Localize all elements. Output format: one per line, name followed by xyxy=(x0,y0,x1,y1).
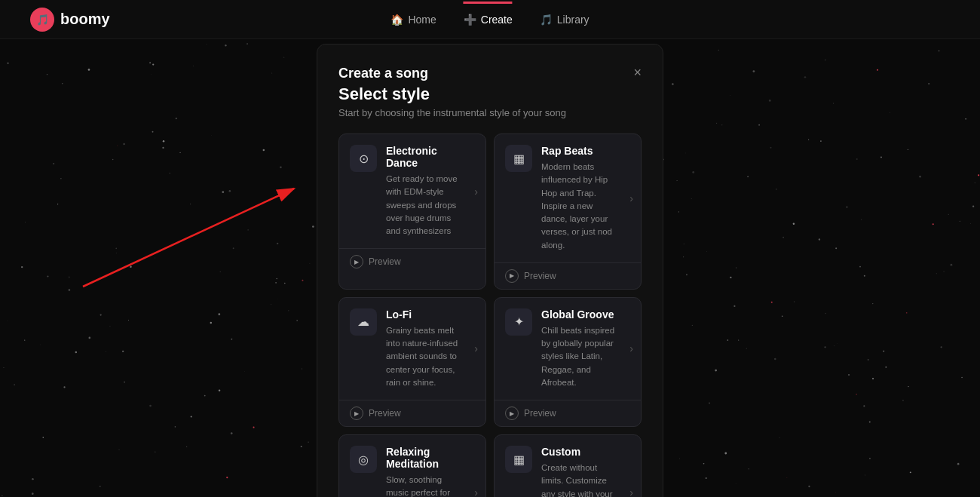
card-body-custom: ▦ Custom Create without limits. Customiz… xyxy=(495,435,641,497)
electronic-dance-play-button[interactable]: ▶ xyxy=(350,255,363,268)
app-logo[interactable]: 🎵 boomy xyxy=(30,8,110,32)
rap-beats-text: Rap Beats Modern beats influenced by Hip… xyxy=(541,145,620,252)
lo-fi-desc: Grainy beats melt into nature-infused am… xyxy=(386,324,465,389)
electronic-dance-arrow: › xyxy=(474,186,478,198)
lo-fi-icon: ☁ xyxy=(350,308,377,336)
library-icon: 🎵 xyxy=(540,14,553,26)
style-card-lo-fi[interactable]: ☁ Lo-Fi Grainy beats melt into nature-in… xyxy=(338,297,486,427)
lo-fi-preview[interactable]: ▶ Preview xyxy=(339,400,485,426)
nav-library[interactable]: 🎵 Library xyxy=(540,14,590,26)
electronic-dance-icon: ⊙ xyxy=(350,145,377,172)
custom-desc: Create without limits. Customize any sty… xyxy=(541,462,620,497)
card-body-relaxing-meditation: ◎ Relaxing Meditation Slow, soothing mus… xyxy=(339,435,485,497)
styles-grid: ⊙ Electronic Dance Get ready to move wit… xyxy=(338,133,642,497)
rap-beats-play-button[interactable]: ▶ xyxy=(505,269,519,283)
rap-beats-title: Rap Beats xyxy=(541,145,620,157)
nav-create[interactable]: ➕ Create xyxy=(464,14,513,26)
style-card-rap-beats[interactable]: ▦ Rap Beats Modern beats influenced by H… xyxy=(494,133,642,290)
relaxing-meditation-desc: Slow, soothing music perfect for yoga, m… xyxy=(386,474,465,497)
modal-title: Create a song xyxy=(338,66,428,81)
custom-text: Custom Create without limits. Customize … xyxy=(541,446,620,497)
style-card-relaxing-meditation[interactable]: ◎ Relaxing Meditation Slow, soothing mus… xyxy=(338,434,486,497)
rap-beats-arrow: › xyxy=(629,192,633,204)
nav-library-label: Library xyxy=(557,14,590,26)
relaxing-meditation-icon: ◎ xyxy=(350,446,377,473)
electronic-dance-preview[interactable]: ▶ Preview xyxy=(339,248,485,275)
home-icon: 🏠 xyxy=(390,14,403,26)
rap-beats-preview-label: Preview xyxy=(524,271,556,281)
lo-fi-preview-label: Preview xyxy=(369,408,401,419)
modal-subtitle: Start by choosing the instrumental style… xyxy=(338,107,642,118)
global-groove-preview-label: Preview xyxy=(524,408,556,419)
lo-fi-title: Lo-Fi xyxy=(386,308,465,321)
electronic-dance-text: Electronic Dance Get ready to move with … xyxy=(386,145,465,238)
custom-icon: ▦ xyxy=(505,446,532,473)
global-groove-title: Global Groove xyxy=(541,308,620,321)
relaxing-meditation-arrow: › xyxy=(474,486,478,497)
global-groove-arrow: › xyxy=(629,342,633,354)
card-body-lo-fi: ☁ Lo-Fi Grainy beats melt into nature-in… xyxy=(339,298,485,400)
card-body-electronic-dance: ⊙ Electronic Dance Get ready to move wit… xyxy=(339,134,485,248)
nav-create-label: Create xyxy=(481,14,513,26)
rap-beats-desc: Modern beats influenced by Hip Hop and T… xyxy=(541,161,620,252)
card-body-rap-beats: ▦ Rap Beats Modern beats influenced by H… xyxy=(495,134,641,262)
electronic-dance-desc: Get ready to move with EDM-style sweeps … xyxy=(386,173,465,238)
global-groove-preview[interactable]: ▶ Preview xyxy=(495,400,641,426)
lo-fi-text: Lo-Fi Grainy beats melt into nature-infu… xyxy=(386,308,465,389)
lo-fi-arrow: › xyxy=(474,342,478,354)
custom-title: Custom xyxy=(541,446,620,458)
global-groove-play-button[interactable]: ▶ xyxy=(505,406,519,420)
logo-icon: 🎵 xyxy=(30,8,54,32)
style-card-custom[interactable]: ▦ Custom Create without limits. Customiz… xyxy=(494,434,642,497)
modal-overlay: Create a song × Select style Start by ch… xyxy=(0,0,980,497)
modal-header: Create a song × xyxy=(338,66,642,81)
global-groove-desc: Chill beats inspired by globally popular… xyxy=(541,324,620,389)
relaxing-meditation-title: Relaxing Meditation xyxy=(386,446,465,470)
rap-beats-icon: ▦ xyxy=(505,145,532,172)
create-song-modal: Create a song × Select style Start by ch… xyxy=(317,44,663,497)
global-groove-text: Global Groove Chill beats inspired by gl… xyxy=(541,308,620,389)
logo-text: boomy xyxy=(60,11,110,28)
style-card-electronic-dance[interactable]: ⊙ Electronic Dance Get ready to move wit… xyxy=(338,133,486,290)
custom-arrow: › xyxy=(629,486,633,497)
relaxing-meditation-text: Relaxing Meditation Slow, soothing music… xyxy=(386,446,465,497)
nav-home[interactable]: 🏠 Home xyxy=(390,14,436,26)
electronic-dance-preview-label: Preview xyxy=(369,256,401,267)
electronic-dance-title: Electronic Dance xyxy=(386,145,465,169)
nav-links: 🏠 Home ➕ Create 🎵 Library xyxy=(390,14,589,26)
global-groove-icon: ✦ xyxy=(505,308,532,336)
modal-close-button[interactable]: × xyxy=(633,66,642,79)
lo-fi-play-button[interactable]: ▶ xyxy=(350,406,363,420)
rap-beats-preview[interactable]: ▶ Preview xyxy=(495,262,641,289)
card-body-global-groove: ✦ Global Groove Chill beats inspired by … xyxy=(495,298,641,400)
navbar: 🎵 boomy 🏠 Home ➕ Create 🎵 Library xyxy=(0,0,980,39)
nav-home-label: Home xyxy=(408,14,436,26)
select-style-heading: Select style xyxy=(338,84,642,104)
create-icon: ➕ xyxy=(464,14,476,26)
style-card-global-groove[interactable]: ✦ Global Groove Chill beats inspired by … xyxy=(494,297,642,427)
